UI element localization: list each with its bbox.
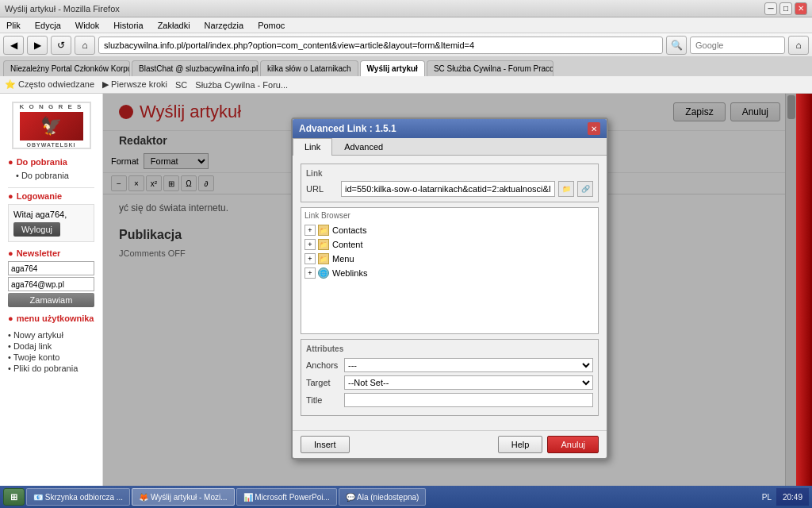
advanced-link-dialog: Advanced Link : 1.5.1 ✕ Link Advanced Li… bbox=[291, 117, 608, 460]
taskbar-item-powerpoint[interactable]: 📊 Microsoft PowerPoi... bbox=[236, 488, 337, 506]
logout-button[interactable]: Wyloguj bbox=[13, 222, 60, 237]
tree-toggle-weblinks[interactable]: + bbox=[304, 267, 316, 279]
tree-toggle-contacts[interactable]: + bbox=[304, 225, 316, 236]
help-button[interactable]: Help bbox=[498, 436, 543, 453]
bookmarks-bar: ⭐ Często odwiedzane ▶ Pierwsze kroki SC … bbox=[0, 76, 812, 94]
home-button[interactable]: ⌂ bbox=[75, 36, 95, 55]
dialog-close-button[interactable]: ✕ bbox=[588, 122, 600, 135]
user-menu-dodaj-link[interactable]: Dodaj link bbox=[8, 341, 52, 351]
url-label: URL bbox=[306, 184, 338, 194]
attributes-title: Attributes bbox=[306, 344, 593, 353]
contacts-folder-icon: 📁 bbox=[318, 225, 329, 236]
subscribe-button[interactable]: Zamawiam bbox=[8, 293, 94, 307]
menu-folder-icon: 📁 bbox=[318, 253, 329, 264]
tree-label-weblinks: Weblinks bbox=[332, 268, 367, 278]
user-menu-pliki[interactable]: Pliki do pobrania bbox=[8, 364, 78, 373]
divider-1 bbox=[8, 187, 94, 188]
close-button[interactable]: ✕ bbox=[795, 2, 807, 15]
arrow-icon-2: ● bbox=[8, 191, 13, 201]
anuluj-button[interactable]: Anuluj bbox=[547, 436, 599, 453]
browser-controls: ─ □ ✕ bbox=[764, 2, 807, 15]
user-menu-nowy-artykul[interactable]: Nowy artykuł bbox=[8, 330, 63, 340]
clock: 20:49 bbox=[783, 493, 802, 502]
locale-indicator: PL bbox=[762, 493, 772, 502]
bookmark-czesto[interactable]: ⭐ Często odwiedzane bbox=[5, 79, 94, 90]
tab-4[interactable]: SC Służba Cywilna - Forum Pracownikó... bbox=[427, 60, 553, 76]
back-button[interactable]: ◀ bbox=[3, 36, 24, 55]
tree-item-content[interactable]: + 📁 Content bbox=[304, 237, 595, 252]
dialog-tab-link[interactable]: Link bbox=[293, 138, 332, 156]
dialog-title: Advanced Link : 1.5.1 bbox=[299, 123, 396, 134]
link-browser-title: Link Browser bbox=[304, 211, 595, 220]
tree-item-contacts[interactable]: + 📁 Contacts bbox=[304, 223, 595, 237]
logo-box: K O N G R E S 🦅 OBYWATELSKI bbox=[12, 102, 91, 149]
dialog-titlebar: Advanced Link : 1.5.1 ✕ bbox=[293, 119, 607, 138]
taskbar: ⊞ 📧 Skrzynka odbiorcza ... 🦊 Wyślij arty… bbox=[0, 486, 812, 508]
newsletter-email-input[interactable] bbox=[8, 277, 94, 291]
browser-menubar: Plik Edycja Widok Historia Zakładki Narz… bbox=[0, 17, 812, 33]
maximize-button[interactable]: □ bbox=[779, 2, 792, 15]
taskbar-right: PL 20:49 bbox=[762, 488, 809, 506]
menu-pomoc[interactable]: Pomoc bbox=[255, 20, 288, 31]
dialog-tab-advanced[interactable]: Advanced bbox=[332, 138, 395, 155]
anchors-label: Anchors bbox=[306, 360, 338, 370]
menu-plik[interactable]: Plik bbox=[3, 20, 24, 31]
taskbar-item-skrzynka[interactable]: 📧 Skrzynka odbiorcza ... bbox=[26, 488, 130, 506]
tree-item-menu[interactable]: + 📁 Menu bbox=[304, 252, 595, 266]
menu-widok[interactable]: Widok bbox=[72, 20, 103, 31]
home-icon[interactable]: ⌂ bbox=[788, 36, 809, 55]
browser-titlebar: Wyślij artykuł - Mozilla Firefox ─ □ ✕ bbox=[0, 0, 812, 17]
menu-edycja[interactable]: Edycja bbox=[32, 20, 64, 31]
url-link-btn[interactable]: 🔗 bbox=[577, 181, 593, 197]
tab-0[interactable]: Niezależny Portal Członków Korpusu ... bbox=[3, 60, 130, 76]
sidebar-logowanie: ● Logowanie Witaj aga764, Wyloguj bbox=[8, 191, 94, 242]
tab-1[interactable]: BlastChat @ sluzbacywilna.info.pl/po... bbox=[132, 60, 259, 76]
dialog-overlay: Advanced Link : 1.5.1 ✕ Link Advanced Li… bbox=[103, 94, 796, 491]
forward-button[interactable]: ▶ bbox=[27, 36, 48, 55]
menu-historia[interactable]: Historia bbox=[110, 20, 146, 31]
target-select[interactable]: --Not Set-- _blank _self _parent bbox=[344, 375, 593, 390]
reload-button[interactable]: ↺ bbox=[51, 36, 71, 55]
address-bar[interactable] bbox=[98, 37, 663, 54]
menu-narzedzia[interactable]: Narzędzia bbox=[201, 20, 247, 31]
login-greeting: Witaj aga764, bbox=[13, 210, 89, 219]
bookmark-sluzba[interactable]: Służba Cywilna - Foru... bbox=[195, 80, 288, 90]
arrow-icon: ● bbox=[8, 157, 13, 167]
sidebar-header-pobrania: ● Do pobrania bbox=[8, 157, 94, 167]
logo-kongres: K O N G R E S bbox=[20, 103, 83, 110]
anchors-row: Anchors --- bbox=[306, 358, 593, 372]
tree-toggle-menu[interactable]: + bbox=[304, 253, 316, 264]
tree-toggle-content[interactable]: + bbox=[304, 239, 316, 250]
tree-item-weblinks[interactable]: + 🌐 Weblinks bbox=[304, 266, 595, 280]
weblinks-globe-icon: 🌐 bbox=[318, 267, 329, 279]
logo-eagle: 🦅 bbox=[20, 112, 83, 140]
page-content: K O N G R E S 🦅 OBYWATELSKI ● Do pobrani… bbox=[0, 94, 812, 491]
link-section-title: Link bbox=[306, 169, 593, 178]
newsletter-username-input[interactable] bbox=[8, 261, 94, 275]
start-button[interactable]: ⊞ bbox=[3, 488, 25, 506]
content-folder-icon: 📁 bbox=[318, 239, 329, 250]
insert-button[interactable]: Insert bbox=[301, 436, 350, 453]
anchors-select[interactable]: --- bbox=[344, 358, 593, 372]
bookmark-sc[interactable]: SC bbox=[175, 80, 187, 90]
sidebar: K O N G R E S 🦅 OBYWATELSKI ● Do pobrani… bbox=[0, 94, 103, 491]
taskbar-item-wyslijartykul[interactable]: 🦊 Wyślij artykuł - Mozi... bbox=[132, 488, 234, 506]
tab-3[interactable]: Wyślij artykuł bbox=[360, 60, 425, 76]
title-row: Title bbox=[306, 393, 593, 407]
arrow-icon-4: ● bbox=[8, 314, 13, 323]
tree-label-content: Content bbox=[332, 240, 363, 249]
tab-2[interactable]: kilka słów o Latarnikach bbox=[260, 60, 358, 76]
minimize-button[interactable]: ─ bbox=[764, 2, 777, 15]
url-browse-btn[interactable]: 📁 bbox=[558, 181, 574, 197]
url-input[interactable] bbox=[341, 181, 555, 197]
link-section: Link URL 📁 🔗 bbox=[301, 164, 599, 202]
taskbar-item-ala[interactable]: 💬 Ala (niedostępna) bbox=[339, 488, 427, 506]
title-input[interactable] bbox=[344, 393, 593, 407]
user-menu-twoje-konto[interactable]: Twoje konto bbox=[8, 352, 59, 362]
tree-label-contacts: Contacts bbox=[332, 225, 366, 235]
search-input[interactable] bbox=[690, 37, 785, 54]
sidebar-link-pobrania[interactable]: Do pobrania bbox=[8, 170, 94, 181]
dialog-footer: Insert Help Anuluj bbox=[293, 430, 607, 458]
bookmark-pierwsze[interactable]: ▶ Pierwsze kroki bbox=[102, 79, 167, 90]
menu-zakladki[interactable]: Zakładki bbox=[155, 20, 193, 31]
